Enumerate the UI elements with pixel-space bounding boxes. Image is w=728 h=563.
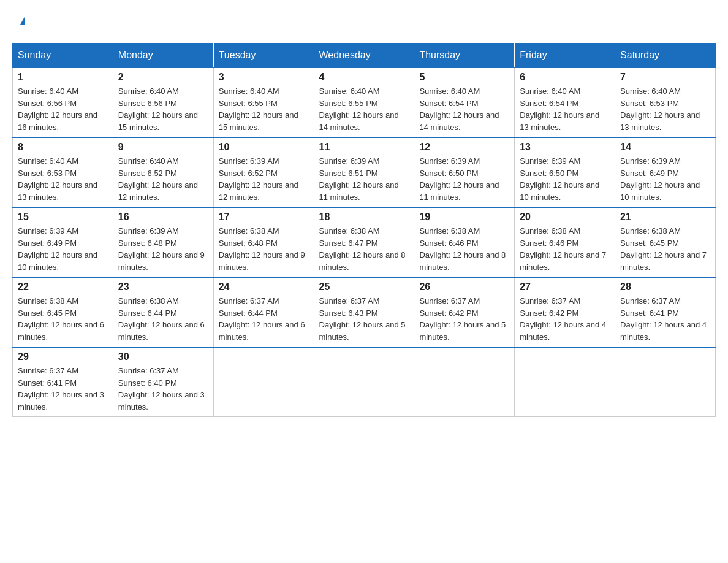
- day-number: 25: [319, 282, 409, 293]
- day-info: Sunrise: 6:37 AMSunset: 6:43 PMDaylight:…: [319, 295, 409, 343]
- day-number: 12: [419, 142, 509, 153]
- weekday-header-sunday: Sunday: [13, 44, 113, 68]
- day-info: Sunrise: 6:37 AMSunset: 6:41 PMDaylight:…: [18, 365, 108, 413]
- day-number: 19: [419, 212, 509, 223]
- day-info: Sunrise: 6:39 AMSunset: 6:49 PMDaylight:…: [620, 155, 710, 203]
- day-info: Sunrise: 6:38 AMSunset: 6:45 PMDaylight:…: [620, 225, 710, 273]
- calendar-cell: 3Sunrise: 6:40 AMSunset: 6:55 PMDaylight…: [213, 67, 314, 137]
- calendar-cell: 10Sunrise: 6:39 AMSunset: 6:52 PMDayligh…: [213, 137, 314, 207]
- day-number: 13: [520, 142, 610, 153]
- weekday-header-row: SundayMondayTuesdayWednesdayThursdayFrid…: [13, 44, 716, 68]
- calendar-cell: 4Sunrise: 6:40 AMSunset: 6:55 PMDaylight…: [314, 67, 414, 137]
- calendar-cell: [615, 347, 716, 417]
- calendar-cell: 2Sunrise: 6:40 AMSunset: 6:56 PMDaylight…: [113, 67, 213, 137]
- day-info: Sunrise: 6:40 AMSunset: 6:52 PMDaylight:…: [118, 155, 208, 203]
- day-number: 5: [419, 72, 509, 83]
- day-info: Sunrise: 6:38 AMSunset: 6:48 PMDaylight:…: [219, 225, 309, 273]
- day-info: Sunrise: 6:37 AMSunset: 6:44 PMDaylight:…: [219, 295, 309, 343]
- day-info: Sunrise: 6:40 AMSunset: 6:53 PMDaylight:…: [18, 155, 108, 203]
- day-info: Sunrise: 6:40 AMSunset: 6:56 PMDaylight:…: [118, 85, 208, 133]
- calendar-cell: 24Sunrise: 6:37 AMSunset: 6:44 PMDayligh…: [213, 277, 314, 347]
- calendar-cell: 20Sunrise: 6:38 AMSunset: 6:46 PMDayligh…: [515, 207, 615, 277]
- calendar-cell: 1Sunrise: 6:40 AMSunset: 6:56 PMDaylight…: [13, 67, 113, 137]
- calendar-cell: 26Sunrise: 6:37 AMSunset: 6:42 PMDayligh…: [414, 277, 515, 347]
- day-number: 6: [520, 72, 610, 83]
- calendar-cell: [314, 347, 414, 417]
- day-number: 28: [620, 282, 710, 293]
- day-number: 8: [18, 142, 108, 153]
- day-number: 11: [319, 142, 409, 153]
- weekday-header-monday: Monday: [113, 44, 213, 68]
- calendar-cell: 28Sunrise: 6:37 AMSunset: 6:41 PMDayligh…: [615, 277, 716, 347]
- day-number: 21: [620, 212, 710, 223]
- calendar-cell: 22Sunrise: 6:38 AMSunset: 6:45 PMDayligh…: [13, 277, 113, 347]
- day-info: Sunrise: 6:38 AMSunset: 6:46 PMDaylight:…: [520, 225, 610, 273]
- weekday-header-saturday: Saturday: [615, 44, 716, 68]
- day-info: Sunrise: 6:40 AMSunset: 6:55 PMDaylight:…: [319, 85, 409, 133]
- day-number: 27: [520, 282, 610, 293]
- calendar-cell: 25Sunrise: 6:37 AMSunset: 6:43 PMDayligh…: [314, 277, 414, 347]
- day-info: Sunrise: 6:40 AMSunset: 6:56 PMDaylight:…: [18, 85, 108, 133]
- calendar-cell: 5Sunrise: 6:40 AMSunset: 6:54 PMDaylight…: [414, 67, 515, 137]
- day-number: 24: [219, 282, 309, 293]
- calendar-cell: 19Sunrise: 6:38 AMSunset: 6:46 PMDayligh…: [414, 207, 515, 277]
- day-number: 4: [319, 72, 409, 83]
- day-info: Sunrise: 6:37 AMSunset: 6:41 PMDaylight:…: [620, 295, 710, 343]
- day-info: Sunrise: 6:38 AMSunset: 6:47 PMDaylight:…: [319, 225, 409, 273]
- calendar-cell: 7Sunrise: 6:40 AMSunset: 6:53 PMDaylight…: [615, 67, 716, 137]
- day-info: Sunrise: 6:40 AMSunset: 6:54 PMDaylight:…: [419, 85, 509, 133]
- weekday-header-friday: Friday: [515, 44, 615, 68]
- day-info: Sunrise: 6:39 AMSunset: 6:50 PMDaylight:…: [419, 155, 509, 203]
- week-row-2: 8Sunrise: 6:40 AMSunset: 6:53 PMDaylight…: [13, 137, 716, 207]
- day-number: 29: [18, 351, 108, 362]
- day-number: 20: [520, 212, 610, 223]
- calendar-cell: 8Sunrise: 6:40 AMSunset: 6:53 PMDaylight…: [13, 137, 113, 207]
- day-info: Sunrise: 6:38 AMSunset: 6:45 PMDaylight:…: [18, 295, 108, 343]
- calendar-cell: 18Sunrise: 6:38 AMSunset: 6:47 PMDayligh…: [314, 207, 414, 277]
- day-info: Sunrise: 6:40 AMSunset: 6:53 PMDaylight:…: [620, 85, 710, 133]
- day-number: 16: [118, 212, 208, 223]
- day-number: 10: [219, 142, 309, 153]
- calendar-table: SundayMondayTuesdayWednesdayThursdayFrid…: [12, 43, 716, 417]
- day-info: Sunrise: 6:37 AMSunset: 6:42 PMDaylight:…: [419, 295, 509, 343]
- day-info: Sunrise: 6:38 AMSunset: 6:46 PMDaylight:…: [419, 225, 509, 273]
- day-number: 22: [18, 282, 108, 293]
- calendar-cell: 13Sunrise: 6:39 AMSunset: 6:50 PMDayligh…: [515, 137, 615, 207]
- day-number: 1: [18, 72, 108, 83]
- day-number: 26: [419, 282, 509, 293]
- logo: [12, 12, 31, 31]
- day-info: Sunrise: 6:39 AMSunset: 6:50 PMDaylight:…: [520, 155, 610, 203]
- calendar-cell: 14Sunrise: 6:39 AMSunset: 6:49 PMDayligh…: [615, 137, 716, 207]
- calendar-cell: [213, 347, 314, 417]
- calendar-cell: 27Sunrise: 6:37 AMSunset: 6:42 PMDayligh…: [515, 277, 615, 347]
- day-number: 3: [219, 72, 309, 83]
- day-number: 30: [118, 351, 208, 362]
- day-number: 15: [18, 212, 108, 223]
- calendar-cell: 16Sunrise: 6:39 AMSunset: 6:48 PMDayligh…: [113, 207, 213, 277]
- day-number: 18: [319, 212, 409, 223]
- day-number: 14: [620, 142, 710, 153]
- day-info: Sunrise: 6:37 AMSunset: 6:40 PMDaylight:…: [118, 365, 208, 413]
- calendar-cell: 29Sunrise: 6:37 AMSunset: 6:41 PMDayligh…: [13, 347, 113, 417]
- day-number: 23: [118, 282, 208, 293]
- day-number: 17: [219, 212, 309, 223]
- day-info: Sunrise: 6:40 AMSunset: 6:55 PMDaylight:…: [219, 85, 309, 133]
- week-row-1: 1Sunrise: 6:40 AMSunset: 6:56 PMDaylight…: [13, 67, 716, 137]
- calendar-cell: 21Sunrise: 6:38 AMSunset: 6:45 PMDayligh…: [615, 207, 716, 277]
- calendar-cell: 23Sunrise: 6:38 AMSunset: 6:44 PMDayligh…: [113, 277, 213, 347]
- day-info: Sunrise: 6:39 AMSunset: 6:52 PMDaylight:…: [219, 155, 309, 203]
- day-number: 7: [620, 72, 710, 83]
- calendar-cell: 17Sunrise: 6:38 AMSunset: 6:48 PMDayligh…: [213, 207, 314, 277]
- week-row-3: 15Sunrise: 6:39 AMSunset: 6:49 PMDayligh…: [13, 207, 716, 277]
- week-row-5: 29Sunrise: 6:37 AMSunset: 6:41 PMDayligh…: [13, 347, 716, 417]
- day-info: Sunrise: 6:40 AMSunset: 6:54 PMDaylight:…: [520, 85, 610, 133]
- calendar-cell: 15Sunrise: 6:39 AMSunset: 6:49 PMDayligh…: [13, 207, 113, 277]
- day-number: 9: [118, 142, 208, 153]
- calendar-cell: 6Sunrise: 6:40 AMSunset: 6:54 PMDaylight…: [515, 67, 615, 137]
- calendar-cell: [515, 347, 615, 417]
- weekday-header-tuesday: Tuesday: [213, 44, 314, 68]
- week-row-4: 22Sunrise: 6:38 AMSunset: 6:45 PMDayligh…: [13, 277, 716, 347]
- calendar-cell: 9Sunrise: 6:40 AMSunset: 6:52 PMDaylight…: [113, 137, 213, 207]
- weekday-header-wednesday: Wednesday: [314, 44, 414, 68]
- calendar-cell: 12Sunrise: 6:39 AMSunset: 6:50 PMDayligh…: [414, 137, 515, 207]
